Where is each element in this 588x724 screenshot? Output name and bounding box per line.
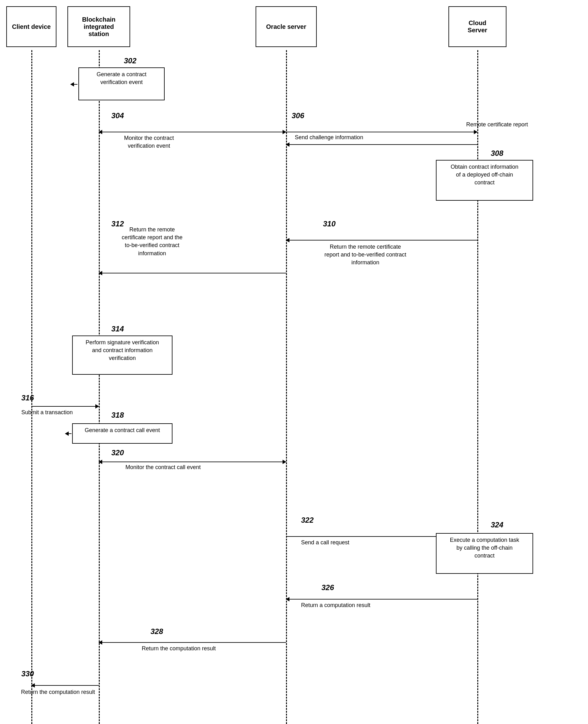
step-num-304: 304 xyxy=(111,111,124,120)
arrow-remote-cert xyxy=(286,144,477,145)
label-326: Return a computation result xyxy=(301,602,370,609)
label-330: Return the computation result xyxy=(16,688,100,696)
step-box-308: Obtain contract informationof a deployed… xyxy=(436,160,533,201)
label-328: Return the computation result xyxy=(125,645,232,652)
step-num-320: 320 xyxy=(111,448,124,457)
arrow-330 xyxy=(31,685,99,686)
lifeline-client xyxy=(31,50,32,724)
lifeline-blockchain xyxy=(99,50,100,724)
step-num-318: 318 xyxy=(111,411,124,420)
step-num-310: 310 xyxy=(323,219,336,228)
arrow-320 xyxy=(99,462,286,462)
label-312: Return the remotecertificate report and … xyxy=(104,226,201,257)
arrow-318-self xyxy=(65,433,71,434)
actor-blockchain: Blockchainintegrated station xyxy=(67,6,130,47)
arrow-328 xyxy=(99,642,286,643)
step-box-314: Perform signature verificationand contra… xyxy=(72,336,172,375)
arrow-302 xyxy=(70,84,78,85)
label-320: Monitor the contract call event xyxy=(104,464,223,471)
step-num-306: 306 xyxy=(292,111,304,120)
label-322: Send a call request xyxy=(301,539,349,546)
step-box-318: Generate a contract call event xyxy=(72,423,172,444)
step-num-308: 308 xyxy=(491,149,503,158)
step-num-330: 330 xyxy=(21,669,34,678)
step-num-322: 322 xyxy=(301,516,314,525)
step-num-328: 328 xyxy=(150,627,163,636)
step-box-302: Generate a contractverification event xyxy=(78,67,165,100)
actor-client: Client device xyxy=(6,6,57,47)
step-num-326: 326 xyxy=(321,583,334,592)
arrow-316 xyxy=(31,406,99,407)
step-box-324: Execute a computation taskby calling the… xyxy=(436,533,533,574)
step-num-302: 302 xyxy=(124,57,136,65)
actor-cloud: CloudServer xyxy=(448,6,506,47)
label-310: Return the remote certificatereport and … xyxy=(295,243,436,267)
lifeline-oracle xyxy=(286,50,287,724)
label-304: Monitor the contractverification event xyxy=(104,134,194,150)
label-remote-cert: Remote certificate report xyxy=(453,121,541,129)
arrow-306 xyxy=(286,132,477,132)
arrow-310 xyxy=(286,240,477,240)
actor-oracle: Oracle server xyxy=(256,6,317,47)
label-316: Submit a transaction xyxy=(21,409,73,416)
arrow-312 xyxy=(99,273,286,273)
label-306: Send challenge information xyxy=(295,134,363,141)
arrow-326 xyxy=(286,599,477,599)
lifeline-cloud xyxy=(477,50,478,724)
sequence-diagram: Client device Blockchainintegrated stati… xyxy=(0,0,588,724)
arrow-304 xyxy=(99,132,286,132)
step-num-314: 314 xyxy=(111,324,124,333)
step-num-324: 324 xyxy=(491,520,503,529)
step-num-316: 316 xyxy=(21,393,34,402)
